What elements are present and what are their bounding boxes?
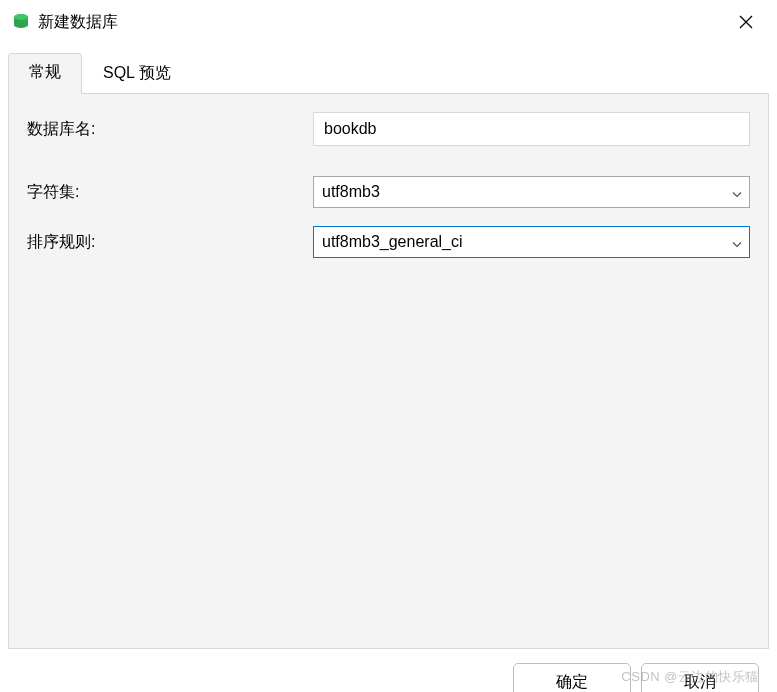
svg-point-1 [14, 14, 28, 20]
database-icon [12, 13, 30, 31]
input-db-name[interactable] [313, 112, 750, 146]
window-title: 新建数据库 [38, 12, 723, 33]
titlebar: 新建数据库 [0, 0, 777, 44]
label-db-name: 数据库名: [27, 119, 313, 140]
tabs: 常规 SQL 预览 [0, 44, 777, 93]
close-icon [739, 15, 753, 29]
ok-button[interactable]: 确定 [513, 663, 631, 692]
select-collation[interactable] [313, 226, 750, 258]
row-collation: 排序规则: [27, 226, 750, 258]
cancel-button[interactable]: 取消 [641, 663, 759, 692]
row-db-name: 数据库名: [27, 112, 750, 146]
label-charset: 字符集: [27, 182, 313, 203]
input-charset[interactable] [313, 176, 750, 208]
input-collation[interactable] [313, 226, 750, 258]
tab-general[interactable]: 常规 [8, 53, 82, 94]
select-charset[interactable] [313, 176, 750, 208]
row-charset: 字符集: [27, 176, 750, 208]
tab-content: 数据库名: 字符集: 排序规则: [8, 93, 769, 649]
close-button[interactable] [723, 6, 769, 38]
label-collation: 排序规则: [27, 232, 313, 253]
footer: 确定 取消 [0, 649, 777, 692]
tab-sql-preview[interactable]: SQL 预览 [82, 54, 192, 94]
